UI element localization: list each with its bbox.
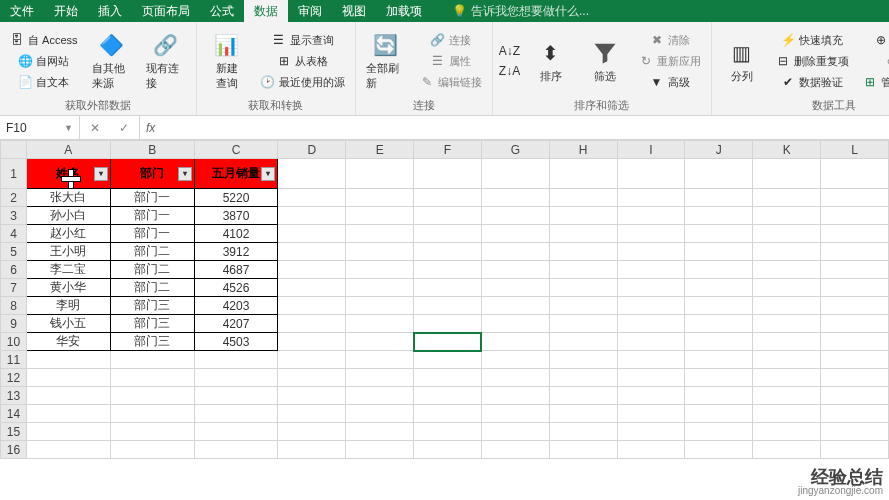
- tell-me-search[interactable]: 💡 告诉我您想要做什么...: [452, 0, 589, 22]
- tab-data[interactable]: 数据: [244, 0, 288, 22]
- cell[interactable]: [821, 441, 889, 459]
- cell[interactable]: [549, 243, 617, 261]
- show-queries-button[interactable]: ☰显示查询: [257, 31, 349, 50]
- cell[interactable]: [617, 333, 685, 351]
- cell[interactable]: [481, 189, 549, 207]
- formula-bar[interactable]: fx: [140, 116, 889, 139]
- cell[interactable]: [346, 207, 414, 225]
- cell[interactable]: 4207: [194, 315, 278, 333]
- cell[interactable]: [194, 405, 278, 423]
- cell[interactable]: [481, 261, 549, 279]
- cell[interactable]: [110, 351, 194, 369]
- cell[interactable]: [414, 279, 482, 297]
- cell[interactable]: [685, 279, 753, 297]
- cell[interactable]: 4203: [194, 297, 278, 315]
- row-header[interactable]: 10: [1, 333, 27, 351]
- cell[interactable]: [549, 423, 617, 441]
- column-header[interactable]: H: [549, 141, 617, 159]
- new-query-button[interactable]: 📊 新建 查询: [203, 26, 251, 96]
- cell[interactable]: [821, 405, 889, 423]
- cell[interactable]: [549, 387, 617, 405]
- cell[interactable]: [753, 279, 821, 297]
- cell[interactable]: [26, 423, 110, 441]
- cell[interactable]: [617, 405, 685, 423]
- cell[interactable]: [278, 279, 346, 297]
- cell[interactable]: [549, 333, 617, 351]
- sort-button[interactable]: ⬍ 排序: [527, 26, 575, 96]
- cell[interactable]: 部门一: [110, 207, 194, 225]
- select-all-corner[interactable]: [1, 141, 27, 159]
- cell[interactable]: [685, 261, 753, 279]
- cell[interactable]: [346, 243, 414, 261]
- cell[interactable]: [414, 405, 482, 423]
- column-header[interactable]: F: [414, 141, 482, 159]
- cell[interactable]: [481, 423, 549, 441]
- cell[interactable]: [110, 405, 194, 423]
- sort-az-button[interactable]: A↓Z: [499, 42, 521, 60]
- column-header[interactable]: G: [481, 141, 549, 159]
- existing-connections-button[interactable]: 🔗 现有连接: [142, 26, 190, 96]
- table-header-cell[interactable]: 五月销量▾: [194, 159, 278, 189]
- cell[interactable]: [278, 315, 346, 333]
- filter-button[interactable]: 筛选: [581, 26, 629, 96]
- cell[interactable]: [753, 225, 821, 243]
- sort-za-button[interactable]: Z↓A: [499, 62, 521, 80]
- cell[interactable]: [549, 207, 617, 225]
- tab-addins[interactable]: 加载项: [376, 0, 432, 22]
- advanced-filter-button[interactable]: ▼高级: [635, 73, 705, 92]
- row-header[interactable]: 8: [1, 297, 27, 315]
- cell[interactable]: [346, 189, 414, 207]
- row-header[interactable]: 7: [1, 279, 27, 297]
- cell[interactable]: [346, 333, 414, 351]
- cell[interactable]: [194, 423, 278, 441]
- cell[interactable]: [278, 423, 346, 441]
- cell[interactable]: [346, 261, 414, 279]
- cell[interactable]: 赵小红: [26, 225, 110, 243]
- cell[interactable]: 王小明: [26, 243, 110, 261]
- cell[interactable]: [481, 387, 549, 405]
- properties-button[interactable]: ☰属性: [416, 52, 486, 71]
- cell[interactable]: [194, 441, 278, 459]
- cell[interactable]: [753, 189, 821, 207]
- cell[interactable]: [414, 315, 482, 333]
- row-header[interactable]: 6: [1, 261, 27, 279]
- cell[interactable]: 部门三: [110, 297, 194, 315]
- recent-sources-button[interactable]: 🕑最近使用的源: [257, 73, 349, 92]
- filter-dropdown-icon[interactable]: ▾: [178, 167, 192, 181]
- cell[interactable]: [821, 297, 889, 315]
- cell[interactable]: 4687: [194, 261, 278, 279]
- cell[interactable]: [685, 297, 753, 315]
- row-header[interactable]: 5: [1, 243, 27, 261]
- cell[interactable]: [617, 279, 685, 297]
- cell[interactable]: 部门二: [110, 243, 194, 261]
- cell[interactable]: [26, 369, 110, 387]
- data-model-button[interactable]: ⊞管理数据模型: [859, 73, 889, 92]
- cell[interactable]: [821, 315, 889, 333]
- cell[interactable]: [194, 387, 278, 405]
- cell[interactable]: [481, 297, 549, 315]
- cell[interactable]: [26, 387, 110, 405]
- cell[interactable]: [685, 369, 753, 387]
- cell[interactable]: [685, 189, 753, 207]
- cell[interactable]: [821, 261, 889, 279]
- refresh-all-button[interactable]: 🔄 全部刷新: [362, 26, 410, 96]
- cell[interactable]: [617, 159, 685, 189]
- cell[interactable]: 黄小华: [26, 279, 110, 297]
- cell[interactable]: [617, 207, 685, 225]
- cell[interactable]: [821, 333, 889, 351]
- cell[interactable]: 李明: [26, 297, 110, 315]
- column-header[interactable]: I: [617, 141, 685, 159]
- cell[interactable]: [821, 159, 889, 189]
- cell[interactable]: [346, 279, 414, 297]
- cell[interactable]: [617, 441, 685, 459]
- cell[interactable]: [685, 159, 753, 189]
- cell[interactable]: [821, 351, 889, 369]
- cell[interactable]: [278, 333, 346, 351]
- row-header[interactable]: 12: [1, 369, 27, 387]
- reapply-filter-button[interactable]: ↻重新应用: [635, 52, 705, 71]
- cell[interactable]: [414, 189, 482, 207]
- cell[interactable]: [549, 405, 617, 423]
- cell[interactable]: [617, 261, 685, 279]
- row-header[interactable]: 3: [1, 207, 27, 225]
- tab-review[interactable]: 审阅: [288, 0, 332, 22]
